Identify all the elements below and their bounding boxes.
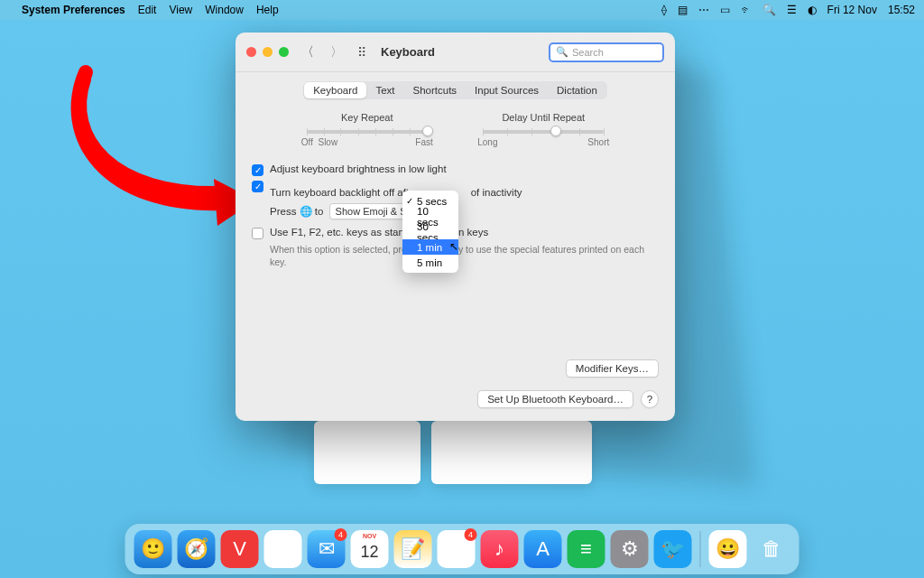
tab-bar: Keyboard Text Shortcuts Input Sources Di… <box>252 81 659 99</box>
close-button[interactable] <box>246 47 256 57</box>
badge: 4 <box>465 528 477 541</box>
titlebar: 〈 〉 ⠿ Keyboard 🔍 Search <box>236 33 675 72</box>
adjust-brightness-label: Adjust keyboard brightness in low light <box>270 163 447 174</box>
dock-settings[interactable]: ⚙︎ <box>611 530 649 568</box>
background-window-2 <box>431 421 592 484</box>
battery-icon[interactable]: ▭ <box>720 4 730 16</box>
delay-until-repeat-slider[interactable]: Delay Until Repeat LongShort <box>476 112 611 147</box>
backlight-timeout-popup[interactable]: 5 secs 10 secs 30 secs 1 min 5 min <box>402 191 458 273</box>
bluetooth-keyboard-button[interactable]: Set Up Bluetooth Keyboard… <box>477 390 633 408</box>
search-icon: 🔍 <box>556 46 568 58</box>
traffic-lights <box>246 47 289 57</box>
globe-icon: 🌐 <box>300 206 312 217</box>
control-center-icon[interactable]: ◐ <box>808 4 817 16</box>
delay-label: Delay Until Repeat <box>476 112 611 123</box>
dock-mail[interactable]: ✉︎4 <box>308 530 346 568</box>
dock-twitter[interactable]: 🐦 <box>654 530 692 568</box>
do-not-disturb-icon[interactable]: ☰ <box>787 4 797 16</box>
dock: 🙂🧭V✱✉︎4NOV12📝⦿4♪A≡⚙︎🐦😀🗑 <box>125 524 799 574</box>
backlight-off-label-post: of inactivity <box>471 187 522 198</box>
search-icon[interactable]: 🔍 <box>762 4 776 16</box>
dock-calendar[interactable]: NOV12 <box>351 530 389 568</box>
popup-option-30secs[interactable]: 30 secs <box>402 224 458 239</box>
key-repeat-label: Key Repeat <box>300 112 435 123</box>
dock-vivaldi[interactable]: V <box>221 530 259 568</box>
menu-help[interactable]: Help <box>256 4 279 16</box>
menu-edit[interactable]: Edit <box>138 4 157 16</box>
press-globe-pre: Press <box>270 206 296 217</box>
dock-notes[interactable]: 📝 <box>394 530 432 568</box>
show-all-icon[interactable]: ⠿ <box>357 45 366 60</box>
minimize-button[interactable] <box>263 47 273 57</box>
adjust-brightness-checkbox[interactable] <box>252 164 263 176</box>
menubar-date[interactable]: Fri 12 Nov <box>827 4 877 16</box>
app-menu[interactable]: System Preferences <box>22 4 125 16</box>
tab-shortcuts[interactable]: Shortcuts <box>404 82 467 98</box>
menubar: System Preferences Edit View Window Help… <box>0 0 924 20</box>
dock-separator <box>700 531 701 567</box>
dock-slack[interactable]: ✱ <box>264 530 302 568</box>
cursor-icon: ↖︎ <box>449 240 458 253</box>
forward-button: 〉 <box>327 43 346 61</box>
popup-option-5min[interactable]: 5 min <box>402 255 458 270</box>
tab-text[interactable]: Text <box>366 82 403 98</box>
help-button[interactable]: ? <box>641 390 659 408</box>
modifier-keys-button[interactable]: Modifier Keys… <box>566 359 659 378</box>
menu-window[interactable]: Window <box>205 4 244 16</box>
back-button[interactable]: 〈 <box>298 43 318 61</box>
key-repeat-slider[interactable]: Key Repeat Off SlowFast <box>300 112 435 147</box>
background-window-1 <box>314 421 420 484</box>
dock-spotify[interactable]: ≡ <box>568 530 605 568</box>
dock-music[interactable]: ♪ <box>481 530 519 568</box>
tab-dictation[interactable]: Dictation <box>548 82 606 98</box>
dock-finder[interactable]: 🙂 <box>134 530 172 568</box>
fn-keys-help: When this option is selected, press the … <box>270 243 659 268</box>
dock-emoji-panel[interactable]: 😀 <box>709 530 747 568</box>
dock-reminders[interactable]: ⦿4 <box>438 530 476 568</box>
fn-keys-checkbox[interactable] <box>252 228 263 239</box>
status-icon-1[interactable]: ⟠ <box>661 4 667 16</box>
dock-appstore[interactable]: A <box>524 530 562 568</box>
tab-input-sources[interactable]: Input Sources <box>466 82 548 98</box>
menubar-time[interactable]: 15:52 <box>888 4 915 16</box>
wifi-icon[interactable]: ᯤ <box>741 4 752 16</box>
tab-keyboard[interactable]: Keyboard <box>304 82 366 98</box>
badge: 4 <box>335 528 347 541</box>
search-field[interactable]: 🔍 Search <box>549 42 664 62</box>
status-icon-dots[interactable]: ⋯ <box>698 4 709 16</box>
annotation-arrow <box>50 54 257 235</box>
backlight-off-label-pre: Turn keyboard backlight off after <box>270 187 418 198</box>
menu-view[interactable]: View <box>169 4 192 16</box>
window-title: Keyboard <box>381 45 435 59</box>
dock-trash[interactable]: 🗑 <box>753 530 790 568</box>
dock-safari[interactable]: 🧭 <box>178 530 216 568</box>
zoom-button[interactable] <box>279 47 289 57</box>
status-icon-screen[interactable]: ▤ <box>678 4 688 16</box>
press-globe-post: to <box>315 206 324 217</box>
search-placeholder: Search <box>572 47 604 58</box>
backlight-off-checkbox[interactable] <box>252 181 263 192</box>
